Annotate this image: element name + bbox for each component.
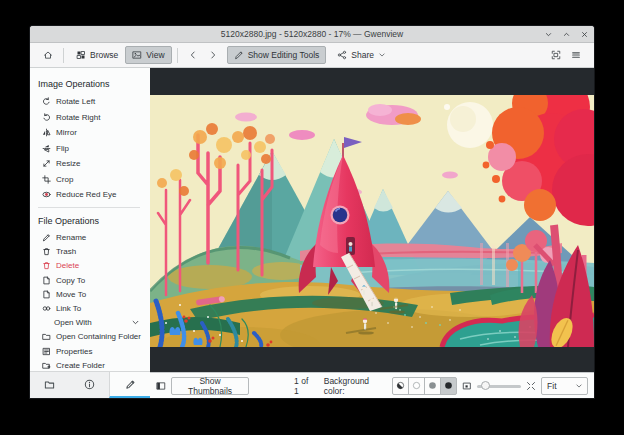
home-button[interactable] bbox=[38, 46, 58, 64]
operations-sidebar: Image Operations Rotate Left Rotate Righ… bbox=[30, 68, 150, 398]
sidebar-item-rotate-left[interactable]: Rotate Left bbox=[38, 94, 150, 110]
background-color-selector bbox=[392, 377, 457, 395]
sidebar-item-link-to[interactable]: Link To bbox=[38, 301, 150, 315]
sidebar-item-crop[interactable]: Crop bbox=[38, 172, 150, 188]
view-label: View bbox=[146, 50, 164, 60]
show-editing-tools-label: Show Editing Tools bbox=[248, 50, 320, 60]
fullscreen-button[interactable] bbox=[546, 46, 566, 64]
sidebar-tab-strip bbox=[30, 371, 150, 398]
sidebar-toggle-icon[interactable] bbox=[156, 381, 166, 391]
browse-mode-button[interactable]: Browse bbox=[69, 46, 125, 64]
zoom-mode-value: Fit bbox=[547, 381, 575, 391]
zoom-fit-icon[interactable] bbox=[462, 381, 472, 391]
hamburger-menu-icon bbox=[571, 50, 581, 60]
bg-white-button[interactable] bbox=[408, 377, 425, 395]
view-icon bbox=[132, 50, 142, 60]
chevron-down-icon bbox=[575, 382, 583, 390]
zoom-slider[interactable] bbox=[477, 378, 521, 394]
show-editing-tools-button[interactable]: Show Editing Tools bbox=[227, 46, 327, 64]
close-button[interactable] bbox=[579, 29, 590, 40]
properties-icon bbox=[42, 347, 51, 356]
previous-image-button[interactable] bbox=[183, 46, 203, 64]
main-toolbar: Browse View Show Editing Tools Share bbox=[30, 43, 594, 68]
background-color-label: Background color: bbox=[324, 376, 387, 396]
item-label: Delete bbox=[56, 261, 79, 270]
item-label: Open With bbox=[54, 318, 92, 327]
toolbar-separator bbox=[63, 48, 64, 63]
rename-icon bbox=[42, 233, 51, 242]
tab-information[interactable] bbox=[70, 372, 110, 398]
fullscreen-icon bbox=[551, 50, 561, 60]
window-controls bbox=[543, 26, 590, 42]
maximize-button[interactable] bbox=[561, 29, 572, 40]
item-label: Link To bbox=[56, 304, 81, 313]
sidebar-item-reduce-red-eye[interactable]: Reduce Red Eye bbox=[38, 187, 150, 203]
share-icon bbox=[337, 50, 347, 60]
item-label: Properties bbox=[56, 347, 92, 356]
image-counter: 1 of 1 bbox=[294, 376, 314, 396]
tab-folders[interactable] bbox=[30, 372, 70, 398]
tab-operations[interactable] bbox=[109, 372, 150, 398]
gray-circle-icon bbox=[428, 381, 437, 390]
sidebar-item-mirror[interactable]: Mirror bbox=[38, 125, 150, 141]
item-label: Reduce Red Eye bbox=[56, 190, 116, 199]
red-eye-icon bbox=[42, 190, 51, 199]
trash-icon bbox=[42, 247, 51, 256]
gwenview-window: 5120x2880.jpg - 5120x2880 - 17% — Gwenvi… bbox=[30, 26, 594, 398]
white-circle-icon bbox=[412, 381, 421, 390]
pencil-icon bbox=[234, 50, 244, 60]
resize-icon bbox=[42, 159, 51, 168]
item-label: Crop bbox=[56, 175, 73, 184]
chevron-down-icon bbox=[131, 318, 140, 327]
zoom-mode-select[interactable]: Fit bbox=[541, 377, 588, 395]
sidebar-divider bbox=[38, 207, 140, 208]
crop-icon bbox=[42, 175, 51, 184]
show-thumbnails-button[interactable]: Show Thumbnails bbox=[171, 377, 249, 395]
sidebar-item-rename[interactable]: Rename bbox=[38, 231, 150, 245]
sidebar-item-open-containing-folder[interactable]: Open Containing Folder bbox=[38, 330, 150, 344]
view-mode-button[interactable]: View bbox=[125, 46, 171, 64]
sidebar-item-create-folder[interactable]: Create Folder bbox=[38, 358, 150, 371]
rotate-right-icon bbox=[42, 113, 51, 122]
share-button[interactable]: Share bbox=[330, 46, 393, 64]
item-label: Resize bbox=[56, 159, 80, 168]
move-icon bbox=[42, 290, 51, 299]
chevron-right-icon bbox=[208, 50, 218, 60]
delete-icon bbox=[42, 261, 51, 270]
sidebar-item-flip[interactable]: Flip bbox=[38, 141, 150, 157]
rocket-illustration bbox=[150, 95, 594, 347]
bg-gray-button[interactable] bbox=[424, 377, 441, 395]
sidebar-item-properties[interactable]: Properties bbox=[38, 344, 150, 358]
pencil-icon bbox=[125, 379, 136, 390]
item-label: Rotate Right bbox=[56, 113, 100, 122]
file-operations-title: File Operations bbox=[38, 211, 150, 231]
item-label: Move To bbox=[56, 290, 86, 299]
bg-auto-button[interactable] bbox=[392, 377, 409, 395]
sidebar-item-copy-to[interactable]: Copy To bbox=[38, 273, 150, 287]
sidebar-item-open-with[interactable]: Open With bbox=[38, 316, 150, 330]
sidebar-item-move-to[interactable]: Move To bbox=[38, 287, 150, 301]
sidebar-item-delete[interactable]: Delete bbox=[38, 259, 150, 273]
titlebar[interactable]: 5120x2880.jpg - 5120x2880 - 17% — Gwenvi… bbox=[30, 26, 594, 43]
item-label: Trash bbox=[56, 247, 76, 256]
next-image-button[interactable] bbox=[203, 46, 223, 64]
status-bar: Show Thumbnails 1 of 1 Background color: bbox=[150, 372, 594, 398]
half-circle-icon bbox=[396, 381, 405, 390]
hamburger-menu-button[interactable] bbox=[566, 46, 586, 64]
sidebar-item-resize[interactable]: Resize bbox=[38, 156, 150, 172]
minimize-button[interactable] bbox=[543, 29, 554, 40]
home-icon bbox=[43, 50, 53, 60]
bg-black-button[interactable] bbox=[440, 377, 457, 395]
show-thumbnails-label: Show Thumbnails bbox=[179, 376, 241, 396]
zoom-actual-size-icon[interactable] bbox=[526, 381, 536, 391]
rotate-left-icon bbox=[42, 97, 51, 106]
chevron-left-icon bbox=[188, 50, 198, 60]
image-viewer[interactable] bbox=[150, 68, 594, 372]
sidebar-item-trash[interactable]: Trash bbox=[38, 245, 150, 259]
zoom-slider-handle[interactable] bbox=[481, 381, 490, 390]
flip-icon bbox=[42, 144, 51, 153]
item-label: Open Containing Folder bbox=[56, 332, 141, 341]
item-label: Rotate Left bbox=[56, 97, 95, 106]
create-folder-icon bbox=[42, 361, 51, 370]
sidebar-item-rotate-right[interactable]: Rotate Right bbox=[38, 110, 150, 126]
